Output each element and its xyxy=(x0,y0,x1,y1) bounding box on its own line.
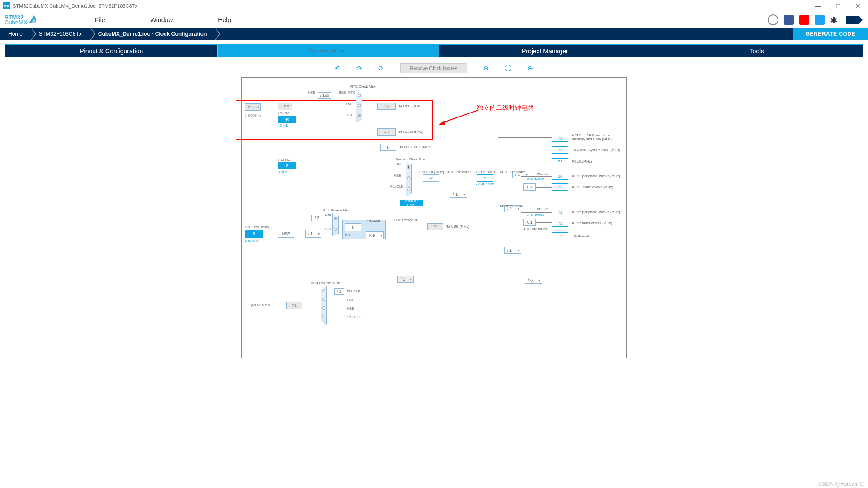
resolve-clock-button[interactable]: Resolve Clock Issues xyxy=(400,63,467,73)
redo-icon[interactable]: ↷ xyxy=(357,65,362,72)
rtc-mux-lse[interactable] xyxy=(358,104,361,107)
adc-prescaler[interactable]: / 6 xyxy=(525,277,542,284)
clock-diagram[interactable]: 独立的二级时钟电路 RTC Clock Mux HSE / 128 HSE_RT… xyxy=(241,77,627,358)
crumb-file[interactable]: CubeMX_Demo1.ioc - Clock Configuration xyxy=(90,28,215,40)
pll-mux-hse[interactable] xyxy=(334,228,337,231)
zoom-in-icon[interactable]: ⊕ xyxy=(483,65,489,72)
zoom-out-icon[interactable]: ⊖ xyxy=(528,65,533,72)
mco-hse-label: HSE xyxy=(347,306,354,310)
twitter-icon[interactable] xyxy=(815,15,825,25)
tab-clock[interactable]: Clock Configuration xyxy=(217,44,439,57)
youtube-icon[interactable] xyxy=(799,15,809,25)
mco-hse-radio[interactable] xyxy=(322,306,326,310)
flitfclk-label: To FLITFCLK (MHz) xyxy=(399,145,432,149)
pclk2-label: PCLK2 xyxy=(537,207,548,211)
undo-icon[interactable]: ↶ xyxy=(335,65,340,72)
adc-label: ADC Prescaler xyxy=(523,227,547,231)
apb2-label: APB2 Prescaler xyxy=(500,204,525,208)
input-freq-label: Input frequency xyxy=(245,225,269,229)
apb1-timer-mul: X 2 xyxy=(523,183,536,191)
watermark: CSDN @Forster-C xyxy=(818,481,863,487)
maximize-button[interactable]: □ xyxy=(828,0,848,12)
sysmux-hsi[interactable] xyxy=(407,165,410,169)
pll-hsi-label: HSI xyxy=(325,213,331,217)
sysmux-hse[interactable] xyxy=(407,176,410,179)
apb2-prescaler[interactable]: / 1 xyxy=(504,247,521,254)
apb1-label: APB1 Prescaler xyxy=(500,170,525,174)
logo: STM32CubeMX xyxy=(5,14,36,25)
menu-file[interactable]: File xyxy=(95,16,105,23)
flitfclk-box: 8 xyxy=(380,144,396,151)
crumb-home[interactable]: Home xyxy=(0,28,31,40)
hse-in-box[interactable]: 8 xyxy=(245,230,263,238)
out-apb1-box: 36 xyxy=(552,173,568,180)
iwdg-out-label: To IWDG (KHz) xyxy=(398,130,423,134)
mco-div-box: / 2 xyxy=(334,288,344,295)
facebook-icon[interactable] xyxy=(784,15,794,25)
sys-pllclk-label: PLLCLK xyxy=(390,184,404,188)
tab-project[interactable]: Project Manager xyxy=(439,44,651,57)
hclk-label: HCLK (MHz) xyxy=(476,170,496,174)
pll-mux-hsi[interactable] xyxy=(334,217,337,220)
enable-css-button[interactable]: Enable CSS xyxy=(400,200,423,206)
sysmux-pll[interactable] xyxy=(407,187,410,190)
hse-div-box[interactable]: / 128 xyxy=(318,92,331,99)
share-icon[interactable]: ✱ xyxy=(830,15,840,25)
fit-icon[interactable]: ⛶ xyxy=(505,65,511,72)
lsi-val-box[interactable]: 40 xyxy=(278,116,296,123)
hsi-rc-label: HSI RC xyxy=(278,158,290,162)
lse-box[interactable]: LSE xyxy=(278,103,292,110)
mco-out-box: 72 xyxy=(286,302,302,309)
pll-in-box: 8 xyxy=(345,223,361,231)
out-apb2t-box: 72 xyxy=(552,220,568,227)
window-title: STM32CubeMX CubeMX_Demo1.ioc: STM32F103C… xyxy=(13,3,137,9)
hse-box[interactable]: HSE xyxy=(278,230,294,238)
minimize-button[interactable]: ― xyxy=(808,0,828,12)
tab-tools[interactable]: Tools xyxy=(651,44,863,57)
hse-prescaler[interactable]: / 1 xyxy=(305,230,321,238)
hse-range: 4-16 MHz xyxy=(245,239,258,243)
out-fclk-label: FCLK (MHz) xyxy=(572,160,592,164)
out-hclk-label: HCLK to AHB bus, core, memory and DMA (M… xyxy=(572,134,622,141)
usb-out-label: To USB (MHz) xyxy=(446,225,469,229)
hse-rtc-label: HSE_RTC xyxy=(339,90,355,94)
annotation-arrow-icon xyxy=(439,109,480,127)
pll-label: PLL xyxy=(345,233,351,237)
crumb-chip[interactable]: STM32F103C8Tx xyxy=(31,28,90,40)
menu-help[interactable]: Help xyxy=(218,16,231,23)
pllmul-select[interactable]: X 9 xyxy=(366,231,384,239)
mco-out-label: (MHz) MCO xyxy=(251,303,270,307)
tab-pinout[interactable]: Pinout & Configuration xyxy=(5,44,217,57)
hsi-val-box[interactable]: 8 xyxy=(278,162,296,169)
lse-freq-input[interactable]: 32.768 xyxy=(245,103,261,111)
out-apb2-label: APB2 peripheral clocks (MHz) xyxy=(572,210,620,214)
topbar: STM32CubeMX File Window Help ✱ xyxy=(0,12,868,28)
pll-div2-box: / 2 xyxy=(311,215,322,221)
refresh-icon[interactable]: ⟳ xyxy=(378,65,384,72)
usb-label: USB Prescaler xyxy=(394,218,417,222)
pll-hse-label: HSE xyxy=(325,227,332,231)
titlebar: MX STM32CubeMX CubeMX_Demo1.ioc: STM32F1… xyxy=(0,0,868,12)
lsi-sig-label: LSI xyxy=(347,113,352,117)
apb2-timer-mul: X 1 xyxy=(523,219,536,226)
mco-sysclk-radio[interactable] xyxy=(322,315,326,318)
generate-code-button[interactable]: GENERATE CODE xyxy=(793,28,868,40)
mco-pllclk-label: PLLCLK xyxy=(347,289,360,293)
mco-hsi-label: HSI xyxy=(347,298,353,302)
usb-out-box: 72 xyxy=(427,223,443,230)
usb-prescaler[interactable]: / 1 xyxy=(397,276,414,283)
mco-hsi-radio[interactable] xyxy=(322,298,326,301)
hse-label: HSE xyxy=(308,90,315,94)
irdb-icon[interactable] xyxy=(768,14,778,25)
menu-window[interactable]: Window xyxy=(151,16,173,23)
rtc-mux-hsertc[interactable] xyxy=(358,94,361,97)
close-button[interactable]: ✕ xyxy=(848,0,868,12)
ahb-prescaler[interactable]: / 1 xyxy=(450,191,467,198)
out-apb1-label: APB1 peripheral clocks (MHz) xyxy=(572,174,620,178)
rtc-mux-lsi[interactable] xyxy=(358,114,361,117)
out-adc-label: To ADC1,2 xyxy=(572,234,589,238)
lsi-rc-label: LSI RC xyxy=(278,111,290,115)
hclk-note: 72 MHz max xyxy=(476,183,494,186)
mco-pll-radio[interactable] xyxy=(322,289,326,292)
out-apb2-box: 72 xyxy=(552,209,568,216)
